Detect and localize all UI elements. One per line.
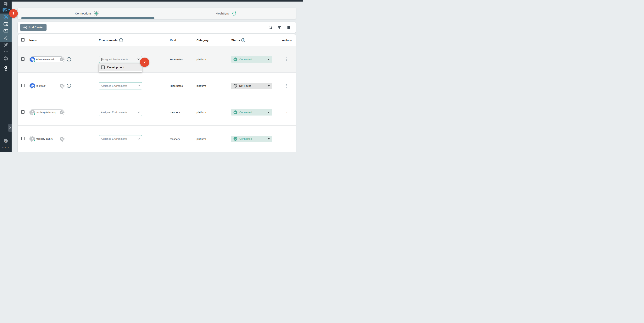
environments-placeholder: Assigned Environments (101, 84, 128, 87)
table-row: meshery-kubescop… Assigned Environments … (18, 99, 296, 126)
tab-meshsync[interactable]: MeshSync (157, 8, 296, 19)
category-value: platform (196, 111, 206, 114)
remote-session-icon[interactable] (0, 29, 12, 34)
environments-select[interactable]: Assigned Environments (99, 82, 142, 89)
table-toolbar: Add Cluster (18, 22, 296, 33)
connection-name: meshery-dain-6 (36, 138, 59, 140)
row-checkbox[interactable] (21, 57, 24, 61)
category-value: platform (196, 138, 206, 140)
connection-chip[interactable]: meshery-kubescop… (29, 109, 64, 115)
filter-icon[interactable] (277, 25, 282, 30)
status-select[interactable]: Connected (231, 56, 272, 63)
meshery-app: ? v0.7.77 Connections (0, 0, 303, 152)
kind-value: meshery (170, 138, 180, 140)
environment-option-development[interactable]: Development (99, 64, 142, 71)
plus-circle-icon (23, 26, 27, 29)
caret-down-icon (268, 112, 270, 113)
status-select[interactable]: Not Found (231, 83, 272, 89)
connection-chip[interactable]: kubernetes-admin… (29, 56, 64, 62)
status-label: Connected (240, 58, 252, 61)
select-all-checkbox[interactable] (21, 38, 24, 42)
sidebar-expand-button[interactable] (8, 124, 12, 132)
location-pin-icon[interactable] (0, 66, 12, 72)
caret-down-icon (268, 59, 270, 60)
not-found-icon (234, 84, 237, 88)
add-cluster-label: Add Cluster (29, 26, 44, 29)
version-label: v0.7.77 (2, 146, 9, 149)
status-info-icon[interactable]: i (241, 38, 245, 42)
row-checkbox[interactable] (21, 84, 24, 87)
environments-select[interactable]: Assigned Environments (99, 109, 142, 116)
annotation-badge-1: 1 (9, 9, 18, 18)
status-label: Connected (240, 111, 252, 114)
connection-info-icon[interactable]: i (67, 57, 71, 62)
connections-table: Name Environments i Kind Category Status… (18, 34, 296, 152)
category-value: platform (196, 84, 206, 87)
connection-name: in-cluster (36, 84, 59, 87)
remove-connection-icon[interactable] (60, 57, 64, 61)
environments-placeholder: Assigned Environments (101, 111, 128, 114)
active-tab-indicator (21, 17, 154, 19)
view-columns-icon[interactable] (286, 25, 290, 30)
status-dot (33, 113, 35, 115)
actions-menu-icon[interactable] (286, 83, 288, 89)
environments-dropdown: Development (99, 64, 142, 72)
service-graph-icon[interactable] (0, 36, 12, 41)
status-select[interactable]: Connected (231, 109, 272, 116)
category-value: platform (196, 58, 206, 61)
actions-menu-icon[interactable] (286, 57, 288, 62)
kubernetes-icon (30, 83, 35, 88)
meshsync-tab-icon (232, 11, 237, 16)
col-kind: Kind (170, 39, 176, 42)
table-header: Name Environments i Kind Category Status… (18, 34, 296, 46)
tabs-bar: Connections MeshS (18, 8, 296, 19)
chevron-down-icon[interactable] (138, 111, 140, 113)
connection-name: kubernetes-admin… (36, 58, 59, 61)
search-icon[interactable] (268, 25, 272, 30)
help-button[interactable]: ? (4, 139, 8, 143)
select-divider (135, 58, 135, 61)
connected-check-icon (234, 110, 238, 114)
user-avatar-icon (30, 136, 35, 141)
tab-connections[interactable]: Connections (18, 8, 157, 19)
status-dot (33, 140, 35, 142)
connected-check-icon (234, 137, 238, 141)
configuration-wrenches-icon[interactable] (0, 43, 12, 48)
environments-select[interactable]: Assigned Environments (99, 56, 142, 63)
tab-meshsync-label: MeshSync (216, 12, 230, 15)
performance-gauge-icon[interactable] (0, 49, 12, 54)
remove-connection-icon[interactable] (60, 137, 64, 141)
connection-chip[interactable]: meshery-dain-6 (29, 136, 64, 142)
connections-tab-icon (94, 11, 100, 17)
option-label: Development (107, 66, 124, 69)
chevron-down-icon[interactable] (138, 85, 140, 87)
actions-empty: - (286, 137, 288, 140)
kind-value: meshery (170, 111, 180, 114)
environments-info-icon[interactable]: i (119, 38, 123, 42)
environments-placeholder: Assigned Environments (102, 58, 128, 61)
toolbar-icons (268, 22, 290, 33)
remove-connection-icon[interactable] (60, 84, 64, 88)
dashboard-icon[interactable] (0, 1, 12, 6)
table-row: in-cluster i Assigned Environments kuber… (18, 73, 296, 99)
row-checkbox[interactable] (21, 110, 24, 114)
col-name: Name (29, 39, 37, 42)
add-cluster-button[interactable]: Add Cluster (20, 24, 46, 31)
status-dot (33, 87, 35, 89)
option-checkbox[interactable] (101, 66, 105, 69)
chevron-down-icon[interactable] (138, 138, 140, 140)
remove-connection-icon[interactable] (60, 110, 64, 114)
chevron-down-icon[interactable] (137, 58, 140, 60)
connection-chip[interactable]: in-cluster (29, 83, 64, 89)
status-select[interactable]: Connected (231, 136, 272, 142)
environments-select[interactable]: Assigned Environments (99, 135, 142, 142)
adapters-code-icon[interactable] (0, 22, 12, 27)
extensions-icon[interactable] (0, 56, 12, 61)
col-actions: Actions (282, 39, 292, 42)
connected-check-icon (234, 57, 238, 62)
status-dot (33, 60, 35, 62)
sidebar: ? v0.7.77 (0, 0, 12, 152)
row-checkbox[interactable] (21, 137, 24, 140)
table-row: meshery-dain-6 Assigned Environments mes… (18, 126, 296, 152)
connection-info-icon[interactable]: i (67, 84, 71, 88)
